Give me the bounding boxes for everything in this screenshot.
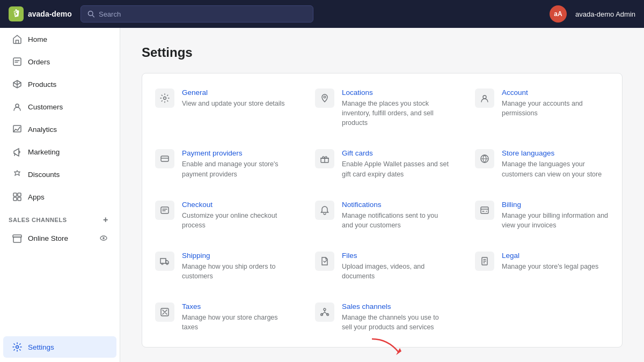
store-logo[interactable]: avada-demo xyxy=(9,6,72,21)
sidebar-item-home[interactable]: Home xyxy=(3,28,116,50)
sidebar-item-customers-label: Customers xyxy=(28,103,63,111)
sales-channels-desc: Manage the channels you use to sell your… xyxy=(342,313,449,332)
notifications-title: Notifications xyxy=(342,201,449,209)
sidebar-item-orders-label: Orders xyxy=(28,58,50,66)
settings-item-taxes[interactable]: Taxes Manage how your store charges taxe… xyxy=(142,292,302,343)
taxes-icon xyxy=(155,302,174,322)
settings-item-general[interactable]: General View and update your store detai… xyxy=(142,78,302,138)
locations-icon xyxy=(315,88,334,108)
svg-point-12 xyxy=(164,97,166,100)
svg-point-20 xyxy=(162,263,163,264)
svg-rect-18 xyxy=(161,207,169,213)
main-content: Settings General View and update your st… xyxy=(120,28,644,362)
sidebar-item-products-label: Products xyxy=(28,80,56,88)
sidebar-item-discounts[interactable]: Discounts xyxy=(3,164,116,185)
legal-title: Legal xyxy=(502,252,609,260)
online-store-icon xyxy=(12,233,23,243)
locations-title: Locations xyxy=(342,88,449,97)
settings-item-store-languages[interactable]: Store languages Manage the languages you… xyxy=(462,138,622,189)
sidebar-item-apps-label: Apps xyxy=(28,193,45,201)
sidebar-item-products[interactable]: Products xyxy=(3,73,116,95)
settings-item-sales-channels[interactable]: Sales channels Manage the channels you u… xyxy=(302,292,462,343)
sidebar-item-orders[interactable]: Orders xyxy=(3,51,116,72)
sidebar-item-analytics[interactable]: Analytics xyxy=(3,119,116,140)
checkout-title: Checkout xyxy=(182,201,289,209)
customers-icon xyxy=(12,101,23,112)
sidebar-item-customers[interactable]: Customers xyxy=(3,96,116,117)
sales-channels-section-label: SALES CHANNELS + xyxy=(0,208,120,227)
svg-line-1 xyxy=(92,15,94,17)
store-name: avada-demo xyxy=(28,10,72,18)
settings-item-checkout[interactable]: Checkout Customize your online checkout … xyxy=(142,190,302,241)
general-desc: View and update your store details xyxy=(182,99,289,108)
settings-grid-container: General View and update your store detai… xyxy=(142,73,623,348)
checkout-icon xyxy=(155,201,174,220)
online-store-label: Online Store xyxy=(28,234,68,242)
settings-item-files[interactable]: Files Upload images, videos, and documen… xyxy=(302,241,462,292)
account-title: Account xyxy=(502,88,609,97)
user-avatar[interactable]: aA xyxy=(550,5,567,23)
settings-item-payment-providers[interactable]: Payment providers Enable and manage your… xyxy=(142,138,302,189)
shopify-icon xyxy=(9,6,24,21)
svg-point-14 xyxy=(483,95,486,99)
general-icon xyxy=(155,88,174,108)
settings-item-gift-cards[interactable]: Gift cards Enable Apple Wallet passes an… xyxy=(302,138,462,189)
home-icon xyxy=(12,34,23,45)
online-store-eye-icon xyxy=(99,234,108,242)
shipping-desc: Manage how you ship orders to customers xyxy=(182,262,289,281)
sales-channels-icon xyxy=(315,302,334,322)
analytics-icon xyxy=(12,124,23,135)
svg-rect-2 xyxy=(13,58,21,65)
svg-point-11 xyxy=(16,346,19,349)
sales-channels-title: Sales channels xyxy=(342,302,449,311)
shipping-icon xyxy=(155,252,174,271)
locations-desc: Manage the places you stock inventory, f… xyxy=(342,99,449,128)
files-title: Files xyxy=(342,252,449,260)
svg-point-10 xyxy=(103,237,105,239)
settings-item-notifications[interactable]: Notifications Manage notifications sent … xyxy=(302,190,462,241)
legal-desc: Manage your store's legal pages xyxy=(502,262,609,271)
svg-rect-5 xyxy=(13,193,17,196)
svg-rect-7 xyxy=(13,197,17,201)
settings-item-legal[interactable]: Legal Manage your store's legal pages xyxy=(462,241,622,292)
layout: Home Orders Products Customers Analytics xyxy=(0,28,644,362)
search-input[interactable] xyxy=(99,10,306,18)
sidebar-item-discounts-label: Discounts xyxy=(28,171,60,179)
svg-rect-19 xyxy=(481,207,488,213)
sidebar-item-online-store[interactable]: Online Store xyxy=(3,228,116,248)
svg-rect-6 xyxy=(18,193,21,196)
sidebar-item-marketing[interactable]: Marketing xyxy=(3,141,116,162)
svg-marker-27 xyxy=(396,348,401,355)
billing-icon xyxy=(475,201,494,220)
payment-providers-desc: Enable and manage your store's payment p… xyxy=(182,159,289,179)
add-sales-channel-button[interactable]: + xyxy=(100,215,111,225)
settings-item-account[interactable]: Account Manage your accounts and permiss… xyxy=(462,78,622,138)
products-icon xyxy=(12,79,23,90)
general-title: General xyxy=(182,88,289,97)
store-languages-icon xyxy=(475,149,494,168)
search-bar[interactable] xyxy=(80,5,313,23)
store-languages-title: Store languages xyxy=(502,149,609,157)
user-name: avada-demo Admin xyxy=(575,10,635,18)
sidebar-item-home-label: Home xyxy=(28,35,47,43)
sidebar-item-apps[interactable]: Apps xyxy=(3,186,116,208)
svg-point-21 xyxy=(166,263,168,264)
sidebar-item-settings-label: Settings xyxy=(28,343,54,351)
payment-providers-title: Payment providers xyxy=(182,149,289,157)
sidebar-item-settings[interactable]: Settings xyxy=(3,336,116,358)
gift-cards-icon xyxy=(315,149,334,168)
payment-providers-icon xyxy=(155,149,174,168)
svg-rect-15 xyxy=(161,156,169,161)
settings-item-locations[interactable]: Locations Manage the places you stock in… xyxy=(302,78,462,138)
legal-icon xyxy=(475,252,494,271)
sidebar: Home Orders Products Customers Analytics xyxy=(0,28,120,362)
orders-icon xyxy=(12,56,23,67)
store-languages-desc: Manage the languages your customers can … xyxy=(502,159,609,179)
taxes-desc: Manage how your store charges taxes xyxy=(182,313,289,332)
settings-item-billing[interactable]: Billing Manage your billing information … xyxy=(462,190,622,241)
sales-channels-arrow xyxy=(367,336,409,358)
settings-item-shipping[interactable]: Shipping Manage how you ship orders to c… xyxy=(142,241,302,292)
account-desc: Manage your accounts and permissions xyxy=(502,99,609,118)
discounts-icon xyxy=(12,169,23,180)
gift-cards-title: Gift cards xyxy=(342,149,449,157)
